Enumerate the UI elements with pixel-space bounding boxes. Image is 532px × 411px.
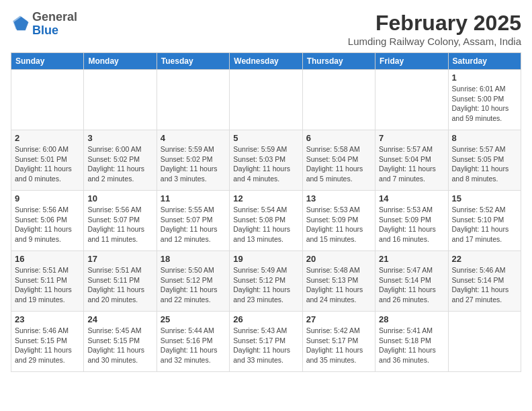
calendar-cell: 22 Sunrise: 5:46 AM Sunset: 5:14 PM Dayl… — [448, 251, 521, 312]
day-number: 11 — [161, 193, 226, 203]
day-number: 15 — [452, 193, 517, 203]
day-info: Sunrise: 5:53 AM Sunset: 5:09 PM Dayligh… — [379, 205, 444, 244]
day-number: 6 — [306, 133, 371, 143]
logo-general-text: General — [32, 10, 77, 24]
day-number: 26 — [233, 314, 298, 324]
page-header: General Blue February 2025 Lumding Railw… — [11, 11, 521, 47]
calendar-cell — [448, 312, 521, 372]
calendar-cell: 18 Sunrise: 5:50 AM Sunset: 5:12 PM Dayl… — [157, 251, 229, 312]
calendar-cell: 27 Sunrise: 5:42 AM Sunset: 5:17 PM Dayl… — [302, 312, 375, 372]
day-info: Sunrise: 6:00 AM Sunset: 5:01 PM Dayligh… — [15, 144, 80, 184]
day-info: Sunrise: 5:57 AM Sunset: 5:04 PM Dayligh… — [379, 144, 444, 184]
day-info: Sunrise: 5:51 AM Sunset: 5:11 PM Dayligh… — [15, 265, 80, 305]
calendar-cell: 4 Sunrise: 5:59 AM Sunset: 5:02 PM Dayli… — [157, 130, 229, 191]
day-info: Sunrise: 5:47 AM Sunset: 5:14 PM Dayligh… — [379, 265, 444, 305]
calendar-cell: 6 Sunrise: 5:58 AM Sunset: 5:04 PM Dayli… — [302, 130, 375, 191]
day-info: Sunrise: 5:46 AM Sunset: 5:15 PM Dayligh… — [15, 326, 80, 365]
day-info: Sunrise: 5:51 AM Sunset: 5:11 PM Dayligh… — [87, 265, 152, 305]
title-block: February 2025 Lumding Railway Colony, As… — [348, 11, 521, 47]
day-number: 7 — [379, 133, 444, 143]
day-number: 14 — [379, 193, 444, 203]
calendar-cell: 15 Sunrise: 5:52 AM Sunset: 5:10 PM Dayl… — [448, 191, 521, 251]
calendar-week-3: 9 Sunrise: 5:56 AM Sunset: 5:06 PM Dayli… — [11, 191, 521, 251]
calendar-cell: 25 Sunrise: 5:44 AM Sunset: 5:16 PM Dayl… — [157, 312, 229, 372]
day-info: Sunrise: 5:59 AM Sunset: 5:03 PM Dayligh… — [233, 144, 298, 184]
day-info: Sunrise: 5:57 AM Sunset: 5:05 PM Dayligh… — [452, 144, 517, 184]
day-number: 5 — [233, 133, 298, 143]
calendar-cell: 1 Sunrise: 6:01 AM Sunset: 5:00 PM Dayli… — [448, 70, 521, 130]
calendar-week-1: 1 Sunrise: 6:01 AM Sunset: 5:00 PM Dayli… — [11, 70, 521, 130]
logo-icon — [11, 15, 30, 34]
calendar-cell: 28 Sunrise: 5:41 AM Sunset: 5:18 PM Dayl… — [375, 312, 448, 372]
calendar-cell: 3 Sunrise: 6:00 AM Sunset: 5:02 PM Dayli… — [84, 130, 157, 191]
day-number: 19 — [233, 254, 298, 264]
day-number: 17 — [87, 254, 152, 264]
day-number: 9 — [15, 193, 80, 203]
calendar-week-2: 2 Sunrise: 6:00 AM Sunset: 5:01 PM Dayli… — [11, 130, 521, 191]
weekday-header-wednesday: Wednesday — [230, 53, 302, 70]
day-number: 3 — [87, 133, 152, 143]
day-info: Sunrise: 5:44 AM Sunset: 5:16 PM Dayligh… — [161, 326, 226, 365]
day-number: 13 — [306, 193, 371, 203]
calendar-cell: 2 Sunrise: 6:00 AM Sunset: 5:01 PM Dayli… — [11, 130, 84, 191]
calendar-cell: 21 Sunrise: 5:47 AM Sunset: 5:14 PM Dayl… — [375, 251, 448, 312]
calendar-cell — [375, 70, 448, 130]
day-info: Sunrise: 5:50 AM Sunset: 5:12 PM Dayligh… — [161, 265, 226, 305]
weekday-header-thursday: Thursday — [302, 53, 375, 70]
day-info: Sunrise: 5:56 AM Sunset: 5:06 PM Dayligh… — [15, 205, 80, 244]
day-info: Sunrise: 5:45 AM Sunset: 5:15 PM Dayligh… — [87, 326, 152, 365]
calendar-cell: 12 Sunrise: 5:54 AM Sunset: 5:08 PM Dayl… — [230, 191, 302, 251]
weekday-header-row: SundayMondayTuesdayWednesdayThursdayFrid… — [11, 53, 521, 70]
day-info: Sunrise: 5:54 AM Sunset: 5:08 PM Dayligh… — [233, 205, 298, 244]
day-number: 2 — [15, 133, 80, 143]
calendar-cell — [11, 70, 84, 130]
day-info: Sunrise: 5:42 AM Sunset: 5:17 PM Dayligh… — [306, 326, 371, 365]
calendar-cell: 19 Sunrise: 5:49 AM Sunset: 5:12 PM Dayl… — [230, 251, 302, 312]
calendar-cell: 9 Sunrise: 5:56 AM Sunset: 5:06 PM Dayli… — [11, 191, 84, 251]
calendar-week-4: 16 Sunrise: 5:51 AM Sunset: 5:11 PM Dayl… — [11, 251, 521, 312]
day-info: Sunrise: 5:59 AM Sunset: 5:02 PM Dayligh… — [161, 144, 226, 184]
day-info: Sunrise: 6:01 AM Sunset: 5:00 PM Dayligh… — [452, 84, 517, 124]
calendar-cell: 14 Sunrise: 5:53 AM Sunset: 5:09 PM Dayl… — [375, 191, 448, 251]
day-info: Sunrise: 5:56 AM Sunset: 5:07 PM Dayligh… — [87, 205, 152, 244]
day-number: 12 — [233, 193, 298, 203]
day-number: 21 — [379, 254, 444, 264]
day-number: 8 — [452, 133, 517, 143]
calendar-cell: 16 Sunrise: 5:51 AM Sunset: 5:11 PM Dayl… — [11, 251, 84, 312]
calendar-cell — [84, 70, 157, 130]
calendar-cell: 10 Sunrise: 5:56 AM Sunset: 5:07 PM Dayl… — [84, 191, 157, 251]
calendar-cell — [302, 70, 375, 130]
calendar-cell: 7 Sunrise: 5:57 AM Sunset: 5:04 PM Dayli… — [375, 130, 448, 191]
day-number: 10 — [87, 193, 152, 203]
day-number: 28 — [379, 314, 444, 324]
day-number: 23 — [15, 314, 80, 324]
calendar-cell: 17 Sunrise: 5:51 AM Sunset: 5:11 PM Dayl… — [84, 251, 157, 312]
day-info: Sunrise: 5:55 AM Sunset: 5:07 PM Dayligh… — [161, 205, 226, 244]
calendar-cell — [230, 70, 302, 130]
day-number: 18 — [161, 254, 226, 264]
calendar-cell: 13 Sunrise: 5:53 AM Sunset: 5:09 PM Dayl… — [302, 191, 375, 251]
month-title: February 2025 — [348, 11, 521, 36]
calendar-week-5: 23 Sunrise: 5:46 AM Sunset: 5:15 PM Dayl… — [11, 312, 521, 372]
day-info: Sunrise: 5:49 AM Sunset: 5:12 PM Dayligh… — [233, 265, 298, 305]
day-number: 25 — [161, 314, 226, 324]
day-number: 4 — [161, 133, 226, 143]
day-number: 16 — [15, 254, 80, 264]
calendar-cell: 24 Sunrise: 5:45 AM Sunset: 5:15 PM Dayl… — [84, 312, 157, 372]
day-info: Sunrise: 5:43 AM Sunset: 5:17 PM Dayligh… — [233, 326, 298, 365]
calendar-cell: 8 Sunrise: 5:57 AM Sunset: 5:05 PM Dayli… — [448, 130, 521, 191]
day-info: Sunrise: 5:46 AM Sunset: 5:14 PM Dayligh… — [452, 265, 517, 305]
day-info: Sunrise: 5:53 AM Sunset: 5:09 PM Dayligh… — [306, 205, 371, 244]
weekday-header-monday: Monday — [84, 53, 157, 70]
day-number: 1 — [452, 73, 517, 83]
day-info: Sunrise: 6:00 AM Sunset: 5:02 PM Dayligh… — [87, 144, 152, 184]
day-number: 24 — [87, 314, 152, 324]
day-info: Sunrise: 5:52 AM Sunset: 5:10 PM Dayligh… — [452, 205, 517, 244]
calendar-cell: 20 Sunrise: 5:48 AM Sunset: 5:13 PM Dayl… — [302, 251, 375, 312]
calendar-cell: 26 Sunrise: 5:43 AM Sunset: 5:17 PM Dayl… — [230, 312, 302, 372]
day-info: Sunrise: 5:41 AM Sunset: 5:18 PM Dayligh… — [379, 326, 444, 365]
calendar-cell: 23 Sunrise: 5:46 AM Sunset: 5:15 PM Dayl… — [11, 312, 84, 372]
day-number: 22 — [452, 254, 517, 264]
weekday-header-saturday: Saturday — [448, 53, 521, 70]
calendar-table: SundayMondayTuesdayWednesdayThursdayFrid… — [11, 52, 521, 372]
